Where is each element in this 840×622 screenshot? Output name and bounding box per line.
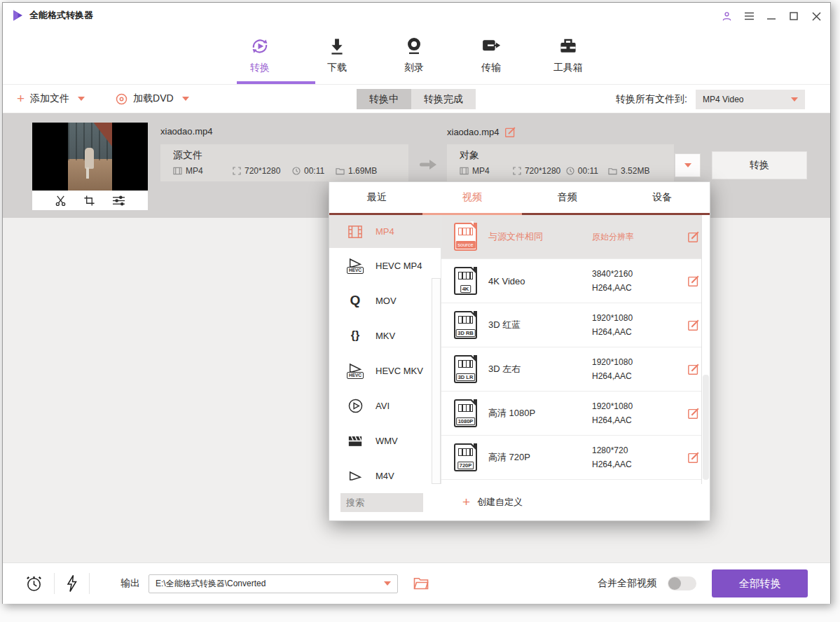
film-icon xyxy=(460,167,469,175)
scrollbar-thumb[interactable] xyxy=(703,375,709,480)
maximize-icon[interactable] xyxy=(788,11,799,22)
format-item-wmv[interactable]: WMV xyxy=(329,423,441,458)
edit-preset-icon[interactable] xyxy=(687,407,700,420)
close-icon[interactable] xyxy=(811,11,822,22)
format-item-m4v[interactable]: M4V xyxy=(329,458,441,484)
preset-3d-left-right[interactable]: 3D LR 3D 左右 1920*1080H264,AAC xyxy=(441,347,710,392)
chevron-down-icon xyxy=(791,97,798,102)
titlebar: 全能格式转换器 xyxy=(3,3,830,28)
schedule-clock-icon[interactable] xyxy=(25,574,43,593)
trim-scissors-icon[interactable] xyxy=(55,195,67,207)
video-thumbnail xyxy=(32,123,148,191)
source-file-icon: source xyxy=(454,223,477,251)
thumbnail-image xyxy=(68,123,112,191)
format-item-mkv[interactable]: {} MKV xyxy=(329,318,441,353)
chevron-down-icon[interactable] xyxy=(182,97,189,101)
format-label: AVI xyxy=(376,401,390,411)
tab-download-label: 下载 xyxy=(327,62,347,74)
high-speed-icon[interactable] xyxy=(66,574,78,593)
tab-audio[interactable]: 音频 xyxy=(520,182,615,213)
edit-preset-icon[interactable] xyxy=(687,319,700,331)
tab-burn[interactable]: 刻录 xyxy=(388,28,440,81)
search-input[interactable] xyxy=(340,493,423,512)
video-thumbnail-card xyxy=(32,123,148,210)
user-account-icon[interactable] xyxy=(721,11,732,22)
toolbar: + 添加文件 加载DVD 转换中 转换完成 转换所有文件到: MP4 Video xyxy=(3,84,830,113)
target-format-dropdown-button[interactable] xyxy=(675,153,701,177)
preset-resolution: 1920*1080 xyxy=(592,355,687,369)
edit-preset-icon[interactable] xyxy=(687,451,700,464)
format-item-mov[interactable]: Q MOV xyxy=(329,283,441,318)
target-size: 3.52MB xyxy=(621,166,649,176)
output-path-select[interactable]: E:\全能格式转换器\Converted xyxy=(149,574,398,593)
create-custom-label: 创建自定义 xyxy=(477,496,523,509)
edit-preset-icon[interactable] xyxy=(687,363,700,375)
edit-preset-icon[interactable] xyxy=(687,230,700,243)
convert-all-target: 转换所有文件到: MP4 Video xyxy=(616,90,805,109)
tab-device[interactable]: 设备 xyxy=(614,182,710,213)
duration-icon xyxy=(292,167,301,175)
menu-icon[interactable] xyxy=(743,11,755,22)
tab-converting[interactable]: 转换中 xyxy=(357,89,411,109)
preset-4k-video[interactable]: 4K 4K Video 3840*2160H264,AAC xyxy=(441,259,710,303)
format-list-scrollbar[interactable] xyxy=(432,278,441,484)
minimize-icon[interactable] xyxy=(766,11,777,22)
plus-icon: + xyxy=(17,94,25,104)
preset-resolution: 1920*1080 xyxy=(592,311,687,325)
target-info-panel: 对象 MP4 720*1280 00:11 3.52MB xyxy=(447,144,674,181)
preset-list-scrollbar[interactable] xyxy=(701,215,710,484)
target-filename-row: xiaodao.mp4 xyxy=(447,126,516,138)
source-panel-title: 源文件 xyxy=(173,149,396,162)
format-list: MP4 HEVC HEVC MP4 Q MOV {} MKV HEVC HEVC… xyxy=(329,215,441,484)
load-dvd-button[interactable]: 加载DVD xyxy=(116,92,189,105)
merge-videos-toggle[interactable] xyxy=(668,576,696,590)
preset-codec: H264,AAC xyxy=(592,281,687,295)
crop-icon[interactable] xyxy=(83,195,95,207)
convert-button[interactable]: 转换 xyxy=(712,151,807,179)
tab-toolbox[interactable]: 工具箱 xyxy=(542,28,594,81)
format-item-hevc-mkv[interactable]: HEVC HEVC MKV xyxy=(329,353,441,388)
720p-file-icon: 720P xyxy=(454,443,477,471)
format-item-hevc-mp4[interactable]: HEVC HEVC MP4 xyxy=(329,248,441,283)
preset-3d-red-blue[interactable]: 3D RB 3D 红蓝 1920*1080H264,AAC xyxy=(441,303,710,347)
tab-finished[interactable]: 转换完成 xyxy=(411,89,476,109)
tab-toolbox-label: 工具箱 xyxy=(553,62,583,74)
rename-edit-icon[interactable] xyxy=(504,126,516,138)
format-item-avi[interactable]: AVI xyxy=(329,388,441,423)
4k-file-icon: 4K xyxy=(454,267,477,295)
open-folder-icon[interactable] xyxy=(413,577,429,590)
source-filename: xiaodao.mp4 xyxy=(160,126,212,137)
chevron-down-icon[interactable] xyxy=(78,97,85,101)
bottom-bar: 输出 E:\全能格式转换器\Converted 合并全部视频 全部转换 xyxy=(3,562,830,604)
preset-hd-720p[interactable]: 720P 高清 720P 1280*720H264,AAC xyxy=(441,436,710,480)
duration-icon xyxy=(566,167,574,175)
format-item-mp4[interactable]: MP4 xyxy=(329,215,441,248)
folder-size-icon xyxy=(608,167,617,175)
convert-direction-arrow-icon xyxy=(419,158,437,171)
preset-hd-1080p[interactable]: 1080P 高清 1080P 1920*1080H264,AAC xyxy=(441,392,710,436)
target-format: MP4 xyxy=(472,166,490,176)
preset-same-as-source[interactable]: source 与源文件相同 原始分辨率 xyxy=(441,215,710,259)
1080p-file-icon: 1080P xyxy=(454,399,477,427)
tab-recent[interactable]: 最近 xyxy=(329,182,425,213)
transfer-icon xyxy=(481,36,502,57)
preset-resolution: 原始分辨率 xyxy=(592,230,687,244)
toolbox-icon xyxy=(558,36,579,57)
app-title: 全能格式转换器 xyxy=(29,9,93,22)
folder-size-icon xyxy=(336,167,345,175)
target-resolution: 720*1280 xyxy=(525,166,560,176)
create-custom-button[interactable]: + 创建自定义 xyxy=(462,496,523,509)
tab-download[interactable]: 下载 xyxy=(311,28,363,81)
output-format-select[interactable]: MP4 Video xyxy=(696,90,805,109)
tab-convert[interactable]: 转换 xyxy=(234,28,286,81)
edit-preset-icon[interactable] xyxy=(687,275,700,287)
effects-sliders-icon[interactable] xyxy=(112,195,125,207)
resolution-icon xyxy=(233,167,241,175)
add-files-button[interactable]: + 添加文件 xyxy=(17,92,85,105)
source-format: MP4 xyxy=(186,166,203,176)
merge-videos-control: 合并全部视频 xyxy=(598,576,696,590)
tab-video[interactable]: 视频 xyxy=(425,182,520,213)
convert-all-button[interactable]: 全部转换 xyxy=(712,569,808,597)
tab-transfer[interactable]: 传输 xyxy=(465,28,517,81)
tab-burn-label: 刻录 xyxy=(404,62,424,74)
